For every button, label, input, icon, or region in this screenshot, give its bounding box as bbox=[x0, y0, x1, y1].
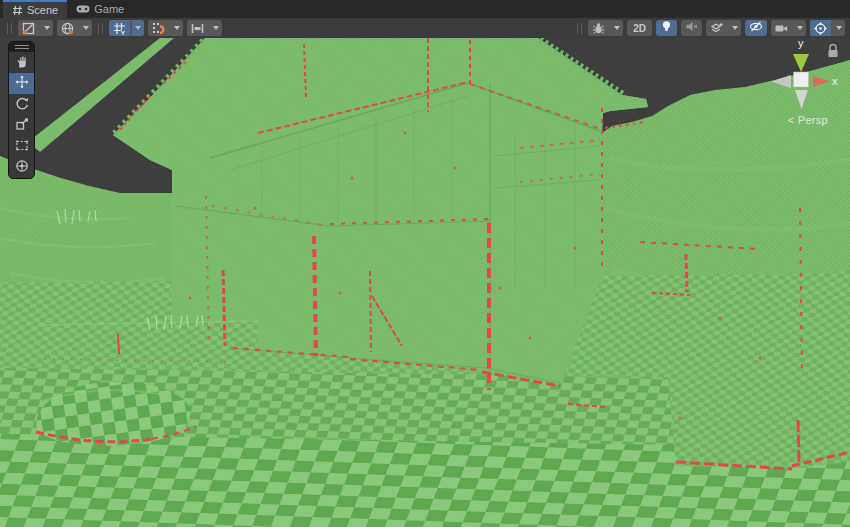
tab-game[interactable]: Game bbox=[67, 0, 133, 18]
gizmo-y-label: y bbox=[798, 38, 804, 49]
bug-icon bbox=[588, 20, 609, 36]
2d-label: 2D bbox=[630, 23, 649, 34]
draw-mode-dropdown[interactable] bbox=[18, 20, 53, 36]
view-tool-button[interactable] bbox=[9, 52, 34, 73]
2d-toggle[interactable]: 2D bbox=[627, 20, 652, 36]
gizmo-x-label: x bbox=[832, 75, 838, 87]
transform-tool-button[interactable] bbox=[9, 157, 34, 178]
gizmo-center-cube[interactable] bbox=[794, 72, 809, 87]
view-tabbar: Scene Game bbox=[0, 0, 850, 18]
z-axis-cone[interactable] bbox=[771, 75, 791, 88]
effects-layers-icon bbox=[706, 20, 727, 36]
scene-visibility-toggle[interactable] bbox=[745, 20, 767, 36]
grid-icon bbox=[12, 5, 23, 16]
chevron-down-icon bbox=[729, 20, 741, 36]
effects-dropdown[interactable] bbox=[706, 20, 741, 36]
rotate-icon bbox=[14, 95, 30, 115]
down-axis-cone[interactable] bbox=[795, 90, 808, 109]
chevron-down-icon bbox=[794, 20, 806, 36]
padlock-icon[interactable] bbox=[829, 45, 838, 58]
audio-toggle[interactable] bbox=[681, 20, 702, 36]
rotate-tool-button[interactable] bbox=[9, 94, 34, 115]
tab-scene-label: Scene bbox=[27, 4, 58, 16]
x-axis-cone[interactable] bbox=[813, 76, 829, 87]
chevron-down-icon bbox=[611, 20, 623, 36]
gizmos-dropdown[interactable] bbox=[810, 20, 845, 36]
gamepad-icon bbox=[76, 4, 90, 14]
move-tool-button[interactable] bbox=[9, 73, 34, 94]
grid-axis-icon bbox=[109, 20, 130, 36]
sceneview-toolbar: 2D bbox=[0, 18, 850, 38]
gizmo-sphere-icon bbox=[810, 20, 831, 36]
overlay-drag-handle[interactable] bbox=[98, 23, 103, 34]
grid-visibility-dropdown[interactable] bbox=[109, 20, 144, 36]
scale-tool-button[interactable] bbox=[9, 115, 34, 136]
chevron-down-icon bbox=[80, 20, 92, 36]
unity-editor-window: Scene Game bbox=[0, 0, 850, 527]
gizmo-projection-label[interactable]: < Persp bbox=[788, 114, 828, 126]
camera-dropdown[interactable] bbox=[771, 20, 806, 36]
grid-magnet-icon bbox=[148, 20, 169, 36]
overlay-drag-handle[interactable] bbox=[7, 23, 12, 34]
lightbulb-icon bbox=[659, 19, 674, 38]
hand-icon bbox=[14, 53, 30, 73]
scene-render bbox=[0, 38, 850, 527]
globe-icon bbox=[57, 20, 78, 36]
tools-overlay bbox=[8, 41, 35, 179]
chevron-down-icon bbox=[171, 20, 183, 36]
tab-game-label: Game bbox=[94, 3, 124, 15]
scene-viewport[interactable]: y x < Persp bbox=[0, 38, 850, 527]
rect-icon bbox=[14, 137, 30, 157]
chevron-down-icon bbox=[833, 20, 845, 36]
camera-icon bbox=[771, 20, 792, 36]
tab-scene[interactable]: Scene bbox=[3, 0, 67, 18]
scene-globe-dropdown[interactable] bbox=[57, 20, 92, 36]
overlay-drag-handle[interactable] bbox=[577, 23, 582, 34]
orientation-gizmo[interactable]: y x < Persp bbox=[760, 38, 850, 138]
eye-slash-icon bbox=[748, 19, 764, 38]
chevron-down-icon bbox=[41, 20, 53, 36]
y-axis-cone[interactable] bbox=[793, 54, 809, 72]
snap-to-grid-dropdown[interactable] bbox=[148, 20, 183, 36]
square-diagonal-icon bbox=[18, 20, 39, 36]
lighting-toggle[interactable] bbox=[656, 20, 677, 36]
speaker-muted-icon bbox=[684, 19, 699, 38]
rect-tool-button[interactable] bbox=[9, 136, 34, 157]
chevron-down-icon bbox=[210, 20, 222, 36]
snap-increment-dropdown[interactable] bbox=[187, 20, 222, 36]
debug-dropdown[interactable] bbox=[588, 20, 623, 36]
chevron-down-icon bbox=[132, 20, 144, 36]
move-icon bbox=[14, 74, 30, 94]
tools-overlay-handle[interactable] bbox=[9, 42, 34, 52]
scale-icon bbox=[14, 116, 30, 136]
snap-increment-icon bbox=[187, 20, 208, 36]
transform-icon bbox=[14, 158, 30, 178]
